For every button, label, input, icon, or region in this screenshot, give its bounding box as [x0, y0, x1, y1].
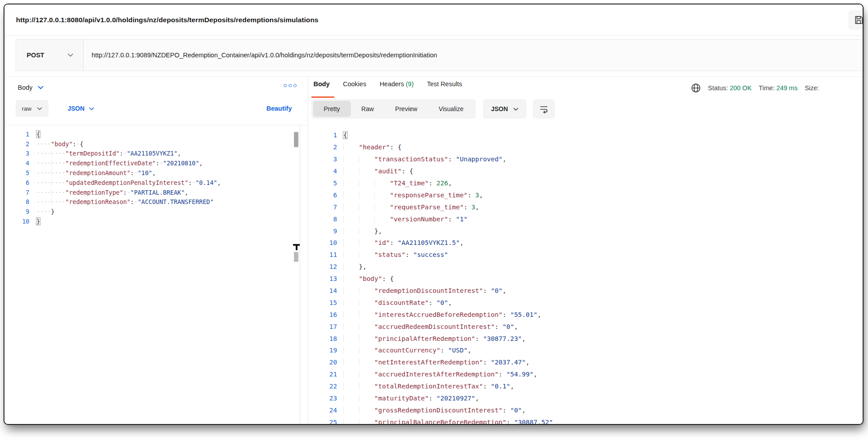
tab-headers[interactable]: Headers (9)	[380, 80, 414, 88]
size-badge[interactable]: Size:	[805, 84, 819, 92]
line-number: 10	[4, 218, 29, 225]
line-number: 23	[308, 395, 337, 402]
response-view-toolbar: Pretty Raw Preview Visualize JSON	[311, 99, 555, 119]
line-number: 19	[308, 347, 337, 354]
beautify-button[interactable]: Beautify	[266, 100, 292, 117]
code-line: 21 "accruedInterestAfterRedemption": "54…	[308, 368, 863, 380]
tab-body[interactable]: Body	[313, 80, 330, 88]
code-line: 5 "T24_time": 226,	[308, 177, 863, 189]
code-line: 8 "versionNumber": "1"	[308, 213, 863, 225]
wrap-text-icon	[539, 104, 549, 114]
save-button[interactable]	[848, 10, 864, 30]
request-editor[interactable]: 1{2····"body":·{3········"termDepositId"…	[4, 129, 300, 424]
code-line: 23 "maturityDate": "20210927",	[308, 392, 863, 404]
line-number: 1	[4, 131, 29, 138]
line-number: 4	[308, 168, 337, 175]
request-url-row: POST http://127.0.0.1:9089/NZDEPO_Redemp…	[16, 39, 864, 71]
line-number: 14	[308, 287, 337, 294]
raw-format-select[interactable]: raw	[16, 100, 48, 117]
code-line: 6 "responseParse_time": 3,	[308, 189, 863, 201]
line-number: 8	[4, 198, 29, 205]
wrap-text-button[interactable]	[533, 99, 555, 119]
chevron-down-icon	[38, 86, 44, 89]
line-number: 20	[308, 359, 337, 366]
code-line: 16 "interestAccruedBeforeRedemption": "5…	[308, 308, 863, 320]
line-number: 12	[308, 263, 337, 270]
line-number: 5	[308, 180, 337, 187]
code-line: 15 "discountRate": "0",	[308, 296, 863, 308]
top-url-bar: http://127.0.0.1:8080/api/v1.0.0/holding…	[4, 4, 863, 36]
line-number: 15	[308, 299, 337, 306]
line-number: 6	[308, 192, 337, 199]
request-section-label: Body	[18, 84, 32, 91]
chevron-down-icon	[68, 53, 73, 57]
code-line: 10}	[4, 216, 300, 226]
save-icon	[853, 15, 864, 25]
method-select[interactable]: POST	[16, 40, 84, 71]
line-number: 25	[308, 419, 337, 424]
request-language-select[interactable]: JSON	[68, 100, 94, 117]
code-line: 5········"redemptionAmount":·"10",	[4, 168, 300, 178]
line-number: 9	[308, 228, 337, 235]
request-body-section-select[interactable]: Body	[18, 80, 44, 95]
line-number: 10	[308, 239, 337, 246]
view-tab-pretty[interactable]: Pretty	[313, 101, 351, 117]
response-status-bar: Status: 200 OK Time: 249 ms Size:	[691, 81, 819, 95]
line-number: 7	[308, 204, 337, 211]
line-number: 2	[4, 140, 29, 148]
response-editor[interactable]: 1{2 "header": {3 "transactionStatus": "U…	[308, 129, 863, 424]
tab-cookies-label: Cookies	[343, 80, 366, 88]
line-number: 16	[308, 311, 337, 318]
more-options-icon[interactable]	[284, 84, 297, 87]
view-segmented-control: Pretty Raw Preview Visualize	[311, 99, 476, 119]
code-line: 12 },	[308, 261, 863, 273]
chevron-down-icon	[37, 107, 42, 110]
line-number: 22	[308, 383, 337, 390]
code-line: 7 "requestParse_time": 3,	[308, 201, 863, 213]
method-label: POST	[27, 52, 44, 59]
code-line: 1{	[308, 129, 863, 141]
line-number: 11	[308, 251, 337, 258]
code-line: 2····"body":·{	[4, 139, 300, 149]
headers-count: (9)	[406, 80, 414, 88]
code-line: 17 "accruedRedeemDiscountInterest": "0",	[308, 320, 863, 332]
tab-cookies[interactable]: Cookies	[343, 80, 366, 88]
time-value: 249 ms	[776, 84, 798, 92]
time-label: Time:	[759, 84, 775, 92]
code-line: 24 "grossRedemptionDiscountInterest": "0…	[308, 404, 863, 416]
size-label: Size:	[805, 84, 819, 92]
code-line: 7········"redemptionType":·"PARTIAL.BREA…	[4, 188, 300, 197]
code-line: 8········"redemptionReason":·"ACCOUNT.TR…	[4, 197, 300, 207]
request-title-url: http://127.0.0.1:8080/api/v1.0.0/holding…	[16, 4, 318, 36]
tab-body-label: Body	[313, 80, 330, 88]
time-badge[interactable]: Time: 249 ms	[759, 84, 797, 92]
request-url-input[interactable]: http://127.0.0.1:9089/NZDEPO_Redemption_…	[84, 40, 864, 71]
network-globe-icon[interactable]	[691, 83, 701, 93]
view-tab-raw[interactable]: Raw	[351, 101, 385, 117]
code-line: 19 "accountCurrency": "USD",	[308, 344, 863, 356]
toolbar-separator	[4, 125, 308, 125]
status-value: 200 OK	[730, 84, 751, 92]
view-tab-preview[interactable]: Preview	[385, 101, 428, 117]
request-editor-border	[300, 125, 300, 424]
code-line: 4 "audit": {	[308, 165, 863, 177]
response-language-select[interactable]: JSON	[483, 99, 526, 119]
view-tab-visualize[interactable]: Visualize	[428, 101, 474, 117]
code-line: 9 },	[308, 225, 863, 237]
status-label: Status:	[708, 84, 728, 92]
line-number: 6	[4, 179, 29, 186]
status-badge[interactable]: Status: 200 OK	[708, 84, 751, 92]
code-line: 6········"updatedRedemptionPenaltyIntere…	[4, 178, 300, 188]
scrollbar-mark	[294, 252, 298, 262]
line-number: 4	[4, 160, 29, 167]
line-number: 8	[308, 216, 337, 223]
chevron-down-icon	[89, 107, 94, 110]
line-number: 1	[308, 132, 337, 139]
code-line: 3········"termDepositId":·"AA21105VYKZ1"…	[4, 149, 300, 159]
tab-test-results[interactable]: Test Results	[427, 80, 462, 88]
response-tabs: Body Cookies Headers (9) Test Results	[313, 80, 462, 88]
code-line: 3 "transactionStatus": "Unapproved",	[308, 153, 863, 165]
line-number: 18	[308, 335, 337, 342]
code-line: 25 "principalBalanceBeforeRedemption": "…	[308, 416, 863, 424]
code-line: 18 "principalAfterRedemption": "30877.23…	[308, 332, 863, 344]
